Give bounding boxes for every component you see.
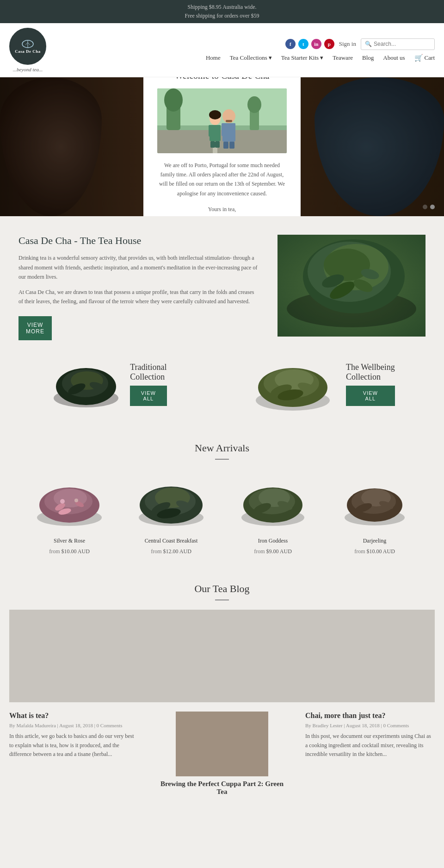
twitter-icon[interactable]: t [298, 39, 308, 49]
about-section: Casa De Cha - The Tea House Drinking tea… [0, 216, 444, 354]
svg-rect-21 [232, 123, 235, 136]
search-icon: 🔍 [365, 41, 372, 48]
about-title: Casa De Cha - The Tea House [18, 235, 259, 247]
svg-point-9 [247, 96, 261, 113]
svg-point-7 [164, 88, 183, 112]
svg-line-2 [28, 43, 30, 45]
blog-posts: What is tea? By Mafalda Madureira | Augu… [9, 712, 435, 796]
traditional-collection: TraditionalCollection VIEWALL [49, 356, 166, 412]
new-arrivals-section: New Arrivals [0, 428, 444, 569]
product-silver-rose: Silver & Rose from $10.00 AUD [21, 469, 118, 555]
cart-icon: 🛒 [414, 54, 423, 62]
wellbeing-tea-image [247, 354, 339, 414]
nav-teaware[interactable]: Teaware [333, 54, 353, 62]
wellbeing-info: The WellbeingCollection VIEWALL [346, 362, 395, 406]
about-text: Casa De Cha - The Tea House Drinking tea… [18, 235, 259, 340]
view-more-button[interactable]: VIEWMORE [18, 316, 52, 340]
darjeeling-price: from $10.00 AUD [354, 548, 395, 555]
hero-section: × Welcome to Casa De Cha [0, 77, 444, 216]
wellbeing-title: The WellbeingCollection [346, 362, 395, 382]
dark-tea-pile [49, 356, 123, 412]
svg-rect-22 [223, 142, 228, 149]
logo[interactable]: Casa De Cha [9, 28, 46, 65]
welcome-modal: × Welcome to Casa De Cha [143, 77, 301, 216]
collections-section: TraditionalCollection VIEWALL [0, 354, 444, 428]
silver-rose-price: from $10.00 AUD [49, 548, 90, 555]
svg-line-3 [25, 43, 28, 45]
tea-pile-large [278, 235, 426, 337]
logo-text: Casa De Cha [15, 49, 41, 55]
silver-rose-image[interactable] [28, 469, 111, 534]
iron-goddess-tea-pile [231, 469, 314, 534]
svg-rect-23 [229, 142, 234, 149]
central-coast-price: from $12.00 AUD [151, 548, 191, 555]
modal-body: We are off to Porto, Portugal for some m… [157, 161, 287, 199]
chevron-down-icon: ▾ [320, 54, 323, 62]
nav-tea-starter-kits[interactable]: Tea Starter Kits ▾ [281, 54, 323, 62]
central-coast-name: Central Coast Breakfast [145, 537, 198, 544]
search-box[interactable]: 🔍 [361, 38, 435, 50]
blog-post-1-title: What is tea? [9, 712, 139, 720]
top-banner: Shipping $8.95 Australia wide. Free ship… [0, 0, 444, 23]
svg-rect-25 [226, 120, 232, 122]
banner-line1: Shipping $8.95 Australia wide. [0, 3, 444, 12]
traditional-title: TraditionalCollection [130, 362, 166, 382]
chevron-down-icon: ▾ [269, 54, 272, 62]
iron-goddess-image[interactable] [231, 469, 314, 534]
wellbeing-view-all-button[interactable]: VIEWALL [346, 386, 395, 406]
instagram-icon[interactable]: in [311, 39, 321, 49]
sign-in-link[interactable]: Sign in [339, 40, 356, 48]
traditional-view-all-button[interactable]: VIEWALL [130, 386, 166, 406]
main-nav: Home Tea Collections ▾ Tea Starter Kits … [206, 54, 435, 62]
wellbeing-collection: The WellbeingCollection VIEWALL [247, 354, 395, 414]
nav-cart[interactable]: 🛒 Cart [414, 54, 435, 62]
darjeeling-tea-pile [333, 469, 416, 534]
blog-divider [215, 599, 229, 600]
products-grid: Silver & Rose from $10.00 AUD [9, 469, 435, 555]
svg-rect-17 [215, 141, 220, 148]
about-para2: At Casa De Cha, we are drawn to teas tha… [18, 287, 259, 306]
svg-point-56 [74, 499, 78, 502]
nav-home[interactable]: Home [206, 54, 221, 62]
nav-about-us[interactable]: About us [383, 54, 405, 62]
product-central-coast: Central Coast Breakfast from $12.00 AUD [123, 469, 220, 555]
logo-area: Casa De Cha ...beyond tea... [9, 28, 46, 72]
leaf-icon [21, 39, 34, 49]
pinterest-icon[interactable]: p [324, 39, 334, 49]
modal-image [157, 88, 287, 153]
blog-post-3-title: Chai, more than just tea? [305, 712, 435, 720]
new-arrivals-divider [215, 459, 229, 460]
central-coast-image[interactable] [130, 469, 213, 534]
iron-goddess-price: from $9.00 AUD [254, 548, 292, 555]
green-tea-pile [247, 354, 339, 414]
svg-rect-15 [218, 125, 221, 137]
about-tea-image [278, 235, 426, 337]
main-content: Casa De Cha - The Tea House Drinking tea… [0, 216, 444, 810]
nav-blog[interactable]: Blog [362, 54, 374, 62]
traditional-info: TraditionalCollection VIEWALL [130, 362, 166, 406]
blog-section: Our Tea Blog What is tea? By Mafalda Mad… [0, 569, 444, 810]
about-para1: Drinking tea is a wonderful sensory acti… [18, 253, 259, 281]
darjeeling-image[interactable] [333, 469, 416, 534]
svg-rect-16 [210, 141, 215, 148]
blog-post-3: Chai, more than just tea? By Bradley Les… [305, 712, 435, 796]
modal-overlay[interactable]: × Welcome to Casa De Cha [0, 77, 444, 216]
collections-row: TraditionalCollection VIEWALL [9, 354, 435, 414]
darjeeling-name: Darjeeling [363, 537, 387, 544]
iron-goddess-name: Iron Goddess [258, 537, 288, 544]
modal-title: Welcome to Casa De Cha [157, 77, 287, 81]
new-arrivals-title: New Arrivals [9, 442, 435, 454]
header-right: f t in p Sign in 🔍 Home Tea Collections … [206, 38, 435, 62]
silver-rose-tea-pile [28, 469, 111, 534]
blog-post-3-meta: By Bradley Lester | August 18, 2018 | 0 … [305, 723, 435, 728]
social-search: f t in p Sign in 🔍 [285, 38, 435, 50]
nav-tea-collections[interactable]: Tea Collections ▾ [230, 54, 272, 62]
search-input[interactable] [374, 41, 429, 47]
traditional-tea-image [49, 356, 123, 412]
blog-post-1: What is tea? By Mafalda Madureira | Augu… [9, 712, 139, 796]
facebook-icon[interactable]: f [285, 39, 296, 49]
blog-post-3-excerpt: In this post, we document our experiment… [305, 732, 435, 759]
banner-line2: Free shipping for orders over $59 [0, 12, 444, 20]
blog-featured-image [9, 610, 435, 702]
header: Casa De Cha ...beyond tea... f t in p Si… [0, 23, 444, 77]
